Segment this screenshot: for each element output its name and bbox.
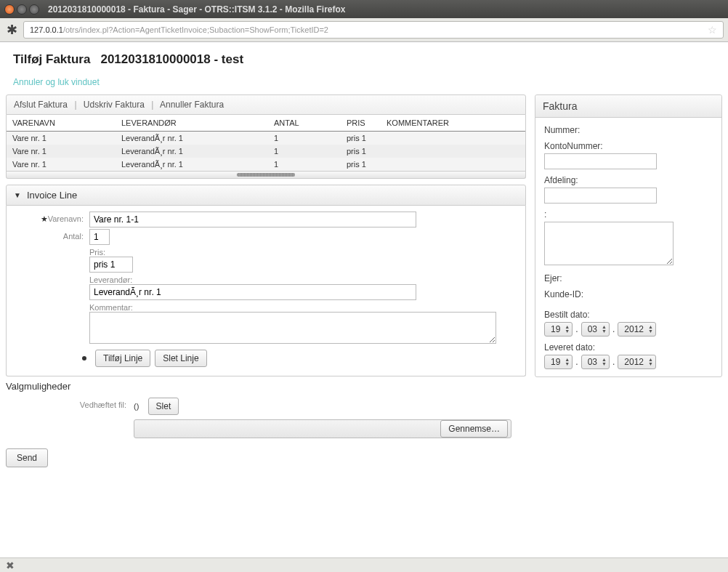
table-row[interactable]: Vare nr. 1 LeverandÃ¸r nr. 1 1 pris 1 <box>7 145 525 158</box>
dot: . <box>575 357 578 367</box>
cell-supplier: LeverandÃ¸r nr. 1 <box>116 132 268 145</box>
cell-price: pris 1 <box>341 132 381 145</box>
cell-price: pris 1 <box>341 158 381 171</box>
otrs-icon: ✱ <box>4 23 19 37</box>
label-leveret-dato: Leveret dato: <box>544 342 713 353</box>
invoice-line-body: ★Varenavn: Antal: Pris: Leverandør: Komm… <box>6 206 526 376</box>
afdeling-input[interactable] <box>544 188 657 204</box>
dot: . <box>575 324 578 334</box>
cancel-invoice-link[interactable]: Annuller Faktura <box>160 100 224 110</box>
antal-input[interactable] <box>89 229 110 245</box>
print-invoice-link[interactable]: Udskriv Faktura <box>84 100 145 110</box>
leveret-day-spinner[interactable]: 19▲▼ <box>544 355 573 369</box>
col-comments[interactable]: KOMMENTARER <box>381 115 525 132</box>
attachment-value: () <box>134 402 139 411</box>
label-attachment: Vedhæftet fil: <box>6 398 134 438</box>
bestilt-dato-row: 19▲▼ . 03▲▼ . 2012▲▼ <box>544 322 713 337</box>
separator: | <box>151 100 153 110</box>
note-textarea[interactable] <box>544 222 674 265</box>
options-heading: Valgmuligheder <box>6 381 526 392</box>
label-pris: Pris: <box>89 248 496 257</box>
label-nummer: Nummer: <box>544 125 713 135</box>
cell-qty: 1 <box>268 145 341 158</box>
label-leverandor: Leverandør: <box>89 275 496 284</box>
page-title-suffix: 2012031810000018 - test <box>100 52 243 66</box>
table-row[interactable]: Vare nr. 1 LeverandÃ¸r nr. 1 1 pris 1 <box>7 158 525 171</box>
delete-line-button[interactable]: Slet Linje <box>155 350 206 367</box>
label-ejer: Ejer: <box>544 273 713 283</box>
col-price[interactable]: PRIS <box>341 115 381 132</box>
kontonummer-input[interactable] <box>544 153 657 169</box>
label-kontonummer: KontoNummer: <box>544 141 713 151</box>
cell-supplier: LeverandÃ¸r nr. 1 <box>116 158 268 171</box>
col-name[interactable]: VARENAVN <box>7 115 116 132</box>
dot: . <box>612 324 615 334</box>
col-qty[interactable]: ANTAL <box>268 115 341 132</box>
cell-name: Vare nr. 1 <box>7 132 116 145</box>
dot: . <box>612 357 615 367</box>
window-titlebar: 2012031810000018 - Faktura - Sager - OTR… <box>0 0 728 18</box>
cell-name: Vare nr. 1 <box>7 158 116 171</box>
minimize-window-button[interactable] <box>17 4 27 15</box>
cell-supplier: LeverandÃ¸r nr. 1 <box>116 145 268 158</box>
cell-qty: 1 <box>268 158 341 171</box>
url-host: 127.0.0.1 <box>30 25 63 34</box>
kommentar-textarea[interactable] <box>89 312 496 344</box>
col-supplier[interactable]: LEVERANDØR <box>116 115 268 132</box>
close-window-button[interactable] <box>4 4 15 15</box>
bestilt-year-spinner[interactable]: 2012▲▼ <box>618 322 656 337</box>
maximize-window-button[interactable] <box>29 4 39 15</box>
page-header: Tilføj Faktura2012031810000018 - test An… <box>0 42 728 94</box>
bookmark-star-icon[interactable]: ☆ <box>708 24 717 36</box>
action-toolbar: Afslut Faktura | Udskriv Faktura | Annul… <box>6 94 526 115</box>
label-varenavn: ★Varenavn: <box>15 212 89 227</box>
varenavn-input[interactable] <box>89 212 416 227</box>
browser-toolbar: ✱ 127.0.0.1/otrs/index.pl?Action=AgentTi… <box>0 18 728 42</box>
bestilt-day-spinner[interactable]: 19▲▼ <box>544 322 573 337</box>
label-bestilt-dato: Bestilt dato: <box>544 310 713 320</box>
label-colon: : <box>544 209 713 219</box>
cell-price: pris 1 <box>341 145 381 158</box>
cell-comments <box>381 145 525 158</box>
window-title: 2012031810000018 - Faktura - Sager - OTR… <box>48 4 346 15</box>
faktura-panel: Faktura Nummer: KontoNummer: Afdeling: :… <box>535 94 722 377</box>
file-browse-bar[interactable]: Gennemse… <box>134 419 511 438</box>
cell-qty: 1 <box>268 132 341 145</box>
leverandor-input[interactable] <box>89 284 416 300</box>
line-items-table-wrap: VARENAVN LEVERANDØR ANTAL PRIS KOMMENTAR… <box>6 115 526 172</box>
delete-attachment-button[interactable]: Slet <box>148 398 179 415</box>
finish-invoice-link[interactable]: Afslut Faktura <box>14 100 68 110</box>
cell-comments <box>381 158 525 171</box>
leveret-month-spinner[interactable]: 03▲▼ <box>581 355 610 369</box>
cancel-close-link[interactable]: Annuler og luk vinduet <box>13 77 100 87</box>
cell-comments <box>381 132 525 145</box>
label-kommentar: Kommentar: <box>89 303 496 312</box>
url-bar[interactable]: 127.0.0.1/otrs/index.pl?Action=AgentTick… <box>23 21 724 39</box>
label-afdeling: Afdeling: <box>544 175 713 185</box>
line-items-table: VARENAVN LEVERANDØR ANTAL PRIS KOMMENTAR… <box>7 115 525 171</box>
send-button[interactable]: Send <box>6 448 48 467</box>
leveret-dato-row: 19▲▼ . 03▲▼ . 2012▲▼ <box>544 355 713 369</box>
page-title: Tilføj Faktura2012031810000018 - test <box>13 52 715 67</box>
bullet-icon <box>82 356 86 360</box>
invoice-line-title: Invoice Line <box>27 190 77 201</box>
label-kundeid: Kunde-ID: <box>544 289 713 299</box>
browse-button[interactable]: Gennemse… <box>440 420 508 438</box>
caret-down-icon: ▼ <box>14 191 21 199</box>
label-antal: Antal: <box>15 229 89 345</box>
bestilt-month-spinner[interactable]: 03▲▼ <box>581 322 610 337</box>
table-row[interactable]: Vare nr. 1 LeverandÃ¸r nr. 1 1 pris 1 <box>7 132 525 145</box>
leveret-year-spinner[interactable]: 2012▲▼ <box>618 355 656 369</box>
pris-input[interactable] <box>89 257 133 273</box>
add-line-button[interactable]: Tilføj Linje <box>95 350 150 367</box>
cell-name: Vare nr. 1 <box>7 145 116 158</box>
invoice-line-header[interactable]: ▼ Invoice Line <box>6 185 526 206</box>
splitter-handle[interactable] <box>6 172 526 179</box>
faktura-panel-title: Faktura <box>535 95 721 118</box>
url-path: /otrs/index.pl?Action=AgentTicketInvoice… <box>63 25 328 34</box>
separator: | <box>74 100 76 110</box>
window-buttons <box>4 4 39 15</box>
page-title-prefix: Tilføj Faktura <box>13 52 90 66</box>
